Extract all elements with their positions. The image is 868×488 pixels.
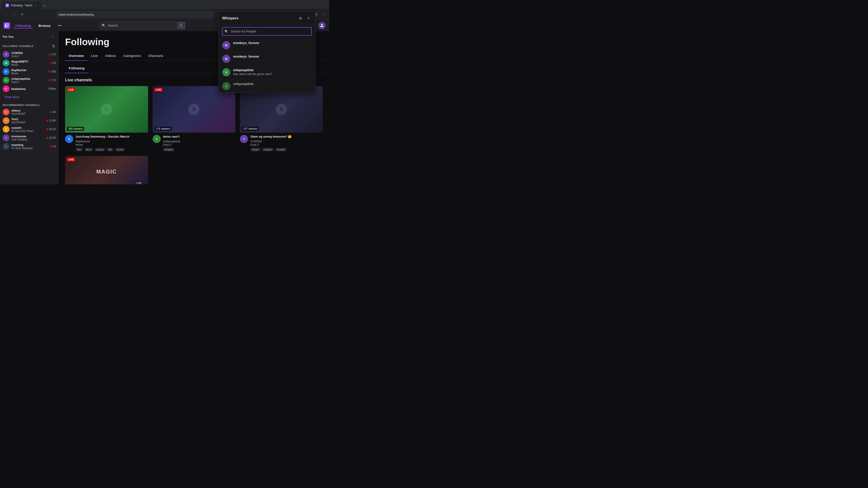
whispers-overlay: Whispers ⚙ × 🔍 M monkeys_forever [218, 11, 315, 93]
sidebar-for-you-header: For You ← [0, 31, 59, 41]
tag-arcade[interactable]: Arcade [275, 148, 287, 151]
channel-item-tenz[interactable]: T TenZ VALORANT 13.9K [1, 116, 58, 125]
tag-mls[interactable]: MLS [84, 148, 93, 151]
channel-viewers-caseoh: 58.2K [46, 128, 56, 131]
channel-game-vcm354: Dota 2 [11, 55, 47, 58]
whisper-info-solapsapdota2: solapsapdota [233, 82, 312, 86]
avatar-kkatamina: K [3, 86, 9, 92]
thumbnail-inner-rayrachel [65, 86, 148, 133]
avatar-ironmouse: I [3, 134, 9, 141]
stream-streamer-solapsapdota[interactable]: solapsapdota [163, 140, 236, 143]
avatar-s0mcs: S [3, 109, 9, 116]
show-more-btn[interactable]: Show More [2, 94, 57, 100]
whispers-close-btn[interactable]: × [305, 15, 312, 22]
channel-info-ironmouse: ironmouse Just Chatting [11, 135, 44, 141]
stream-card-rayrachel[interactable]: LIVE 360 viewers R Just Keep Swimming - … [65, 86, 148, 151]
channel-info-magic899tv: Magic899TV Music [11, 60, 49, 66]
stream-card-magic899tv[interactable]: MAGIC ●LIVE LIVE [65, 156, 148, 184]
channel-info-kkatamina: kkatamina [11, 87, 46, 91]
channel-name-magic899tv: Magic899TV [11, 60, 49, 63]
channel-name-inamiing: inamiing [11, 143, 49, 147]
tab-live[interactable]: Live [88, 51, 101, 61]
following-nav-link[interactable]: Following [13, 23, 33, 29]
channel-item-vcm354[interactable]: V VCM354 Dota 2 137 [1, 50, 58, 59]
live-dot-ironmouse [46, 137, 48, 139]
stream-title-solapsapdota: hetoo naa!!! [163, 135, 236, 139]
stream-game-vcm354[interactable]: Dota 2 [250, 143, 323, 147]
stream-meta-solapsapdota: hetoo naa!!! solapsapdota Dota 2 English [163, 135, 236, 151]
whispers-search-input[interactable] [222, 27, 312, 36]
channel-name-ironmouse: ironmouse [11, 135, 44, 138]
channel-item-s0mcs[interactable]: S s0mcs VALORANT 8K [1, 108, 58, 116]
more-nav-btn[interactable]: ••• [56, 22, 63, 29]
tab-channels[interactable]: Channels [145, 51, 167, 61]
channel-info-caseoh: caseoh_ 60 Seconds! Reat... [11, 126, 44, 133]
channel-info-s0mcs: s0mcs VALORANT [11, 109, 48, 116]
whisper-item-solapsapdota2[interactable]: S solapsapdota [219, 79, 315, 93]
tab-close-btn[interactable]: × [34, 4, 38, 7]
recommended-channels-label: RECOMMENDED CHANNELS [3, 104, 39, 106]
whisper-avatar-solapsapdota: S [222, 68, 230, 76]
user-avatar-btn[interactable] [318, 22, 326, 29]
channel-item-rayrachel[interactable]: R RayRachel Music 360 [1, 67, 58, 76]
tag-english-vcm[interactable]: English [262, 148, 274, 151]
stream-game-solapsapdota[interactable]: Dota 2 [163, 143, 236, 147]
search-submit-btn[interactable] [177, 22, 185, 29]
tag-english-solaps[interactable]: English [163, 148, 175, 151]
viewer-count-vcm354: 137 viewers [242, 127, 259, 131]
live-dot-solapsapdota [49, 79, 51, 81]
active-tab[interactable]: Following - Twitch × [2, 2, 41, 9]
tag-dota2[interactable]: Dota2 [250, 148, 260, 151]
new-tab-btn[interactable]: + [41, 3, 48, 9]
channel-viewers-s0mcs: 8K [50, 110, 56, 113]
channel-name-s0mcs: s0mcs [11, 109, 48, 112]
channel-viewers-inamiing: 32 [51, 145, 56, 148]
tag-art[interactable]: Art [107, 148, 114, 151]
tab-categories[interactable]: Categories [120, 51, 145, 61]
whisper-info-monkeys2: monkeys_forever [233, 55, 312, 58]
stream-streamer-vcm354[interactable]: VCM354 [250, 140, 323, 143]
channel-item-caseoh[interactable]: C caseoh_ 60 Seconds! Reat... 58.2K [1, 125, 58, 133]
whisper-item-monkeys2[interactable]: M monkeys_forever [219, 52, 315, 66]
channel-item-magic899tv[interactable]: M Magic899TV Music 55 [1, 59, 58, 67]
browser-more-btn[interactable]: ⋮ [320, 11, 327, 18]
stream-game-rayrachel[interactable]: Music [75, 143, 148, 147]
channel-item-ironmouse[interactable]: I ironmouse Just Chatting 16.5K [1, 133, 58, 142]
forward-btn[interactable]: → [11, 11, 17, 18]
tag-soccer[interactable]: soccer [94, 148, 105, 151]
channel-info-tenz: TenZ VALORANT [11, 118, 44, 124]
stream-card-solapsapdota[interactable]: LIVE 174 viewers S hetoo naa!!! solapsap… [153, 86, 236, 151]
stream-tags-rayrachel: fish MLS soccer Art music [75, 148, 148, 151]
tab-videos[interactable]: Videos [101, 51, 120, 61]
search-input[interactable] [99, 22, 185, 29]
live-dot-magic899tv [51, 62, 52, 64]
whisper-item-solapsapdota[interactable]: S solapsapdota hey, when will the game s… [219, 66, 315, 79]
channel-item-inamiing[interactable]: I inamiing I'm Only Sleeping 32 [1, 142, 58, 151]
whisper-name-monkeys1: monkeys_forever [233, 41, 312, 45]
stream-info-vcm354: V 10am ng anong timezone? 🤔 VCM354 Dota … [240, 135, 323, 151]
whisper-item-monkeys1[interactable]: M monkeys_forever [219, 38, 315, 52]
tag-fish[interactable]: fish [75, 148, 83, 151]
tab-overview[interactable]: Overview [65, 51, 88, 61]
channel-item-solapsapdota[interactable]: S solapsapdota Dota 2 174 [1, 76, 58, 85]
sidebar-collapse-btn[interactable]: ← [51, 34, 56, 39]
whisper-avatar-monkeys2: M [222, 55, 230, 63]
address-bar[interactable]: twitch.tv/directory/following [56, 11, 214, 18]
back-btn[interactable]: ← [3, 11, 9, 18]
channel-game-solapsapdota: Dota 2 [11, 80, 47, 84]
tag-music[interactable]: music [115, 148, 125, 151]
browse-nav-link[interactable]: Browse [37, 23, 53, 29]
channel-item-kkatamina[interactable]: K kkatamina Offline [1, 85, 58, 93]
channel-viewers-vcm354: 137 [49, 53, 56, 56]
whispers-settings-btn[interactable]: ⚙ [297, 15, 304, 22]
channel-viewers-tenz: 13.9K [46, 119, 56, 122]
following-inner-tab[interactable]: Following [65, 64, 88, 73]
stream-streamer-rayrachel[interactable]: RayRachel [75, 140, 148, 143]
tab-favicon [5, 4, 9, 7]
twitch-logo[interactable] [4, 22, 10, 29]
stream-card-vcm354[interactable]: LIVE 137 viewers V 10am ng anong timezon… [240, 86, 323, 151]
streamer-avatar-rayrachel: R [65, 135, 73, 143]
sort-icon-btn[interactable]: ⇅ [51, 43, 56, 49]
reload-btn[interactable]: ↺ [19, 11, 25, 18]
live-badge-magic: LIVE [67, 158, 75, 161]
